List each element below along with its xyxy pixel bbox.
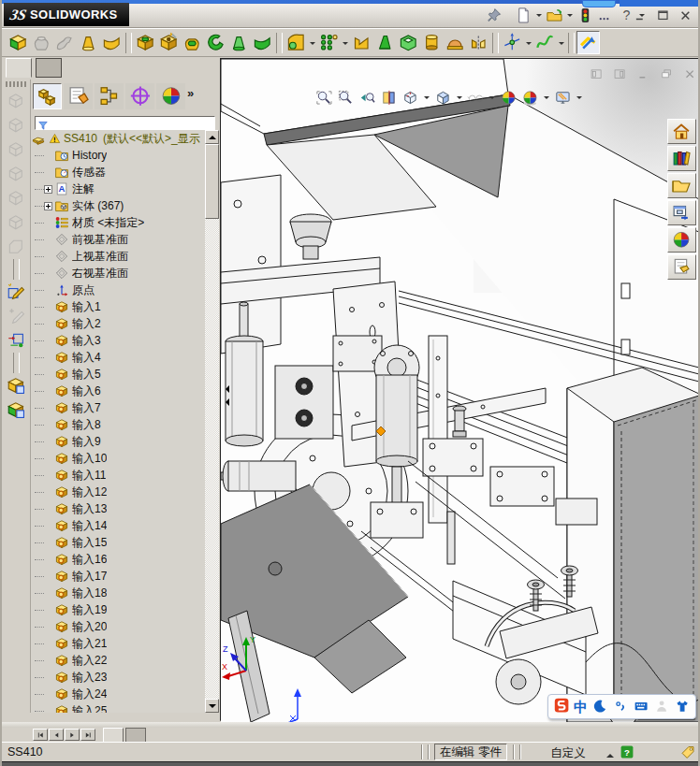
dropdown-arrow-icon[interactable]: [565, 5, 575, 25]
view-cube-icon[interactable]: [5, 163, 27, 185]
revolved-boss-icon[interactable]: [30, 31, 53, 54]
apply-scene-icon[interactable]: [520, 88, 540, 108]
tree-item[interactable]: 传感器: [31, 164, 205, 181]
dimxpert-icon[interactable]: [125, 83, 154, 109]
dropdown-arrow-icon[interactable]: [575, 87, 584, 108]
ellipsis-icon[interactable]: [596, 6, 616, 25]
previous-view-icon[interactable]: [357, 88, 377, 108]
dropdown-arrow-icon[interactable]: [455, 87, 464, 108]
curves-icon[interactable]: [533, 31, 557, 54]
tree-item-input[interactable]: 输入13: [31, 500, 205, 517]
shell-icon[interactable]: [397, 31, 420, 54]
menu-item[interactable]: [234, 4, 251, 26]
tree-root-item[interactable]: SS410 (默认<<默认>_显示: [31, 130, 205, 147]
draft-icon[interactable]: [373, 31, 397, 54]
tree-item-input[interactable]: 输入16: [31, 551, 205, 568]
vertical-scroll-thumb[interactable]: [205, 144, 219, 219]
tree-item-input[interactable]: 输入20: [31, 618, 205, 635]
create-sketch-icon[interactable]: [5, 281, 27, 303]
quick-tips-help-icon[interactable]: ?: [620, 744, 634, 759]
instant3d-icon[interactable]: [576, 31, 600, 54]
scroll-up-button[interactable]: [205, 130, 219, 144]
custom-properties-icon[interactable]: [667, 254, 696, 280]
study-tab[interactable]: [125, 728, 146, 742]
split-left-icon[interactable]: [588, 66, 605, 81]
punctuation-icon[interactable]: [612, 699, 629, 715]
lofted-boss-icon[interactable]: [77, 31, 100, 54]
configuration-manager-icon[interactable]: [95, 83, 124, 109]
menu-item[interactable]: [150, 4, 167, 26]
hole-wizard-icon[interactable]: [157, 31, 181, 54]
feature-tree-icon[interactable]: [33, 83, 62, 109]
nav-prev-icon[interactable]: [49, 729, 64, 741]
tree-item[interactable]: 材质 <未指定>: [31, 214, 205, 231]
tree-item[interactable]: History: [31, 147, 205, 164]
tree-item-input[interactable]: 输入15: [31, 534, 205, 551]
cut-tool-icon[interactable]: [5, 398, 27, 421]
view-cube-icon[interactable]: [5, 211, 27, 234]
rib-icon[interactable]: [350, 31, 373, 54]
tree-item[interactable]: A 注解: [31, 181, 205, 197]
tree-item[interactable]: 原点: [31, 282, 205, 298]
expand-plus-icon[interactable]: [44, 202, 52, 210]
tree-item-input[interactable]: 输入19: [31, 601, 205, 618]
panel-splitter-arrow[interactable]: [222, 385, 229, 393]
mirror-icon[interactable]: [467, 31, 490, 54]
tree-item-input[interactable]: 输入21: [31, 635, 205, 652]
reference-geometry-icon[interactable]: [501, 31, 524, 54]
soft-keyboard-icon[interactable]: [633, 699, 649, 715]
display-manager-icon[interactable]: [156, 83, 185, 109]
model-3d-view[interactable]: X Y Z: [221, 59, 699, 722]
hide-show-items-icon[interactable]: [466, 88, 486, 108]
dropdown-arrow-icon[interactable]: [341, 33, 350, 53]
tree-item[interactable]: 右视基准面: [31, 265, 205, 282]
new-document-icon[interactable]: [514, 6, 533, 25]
tree-item-input[interactable]: 输入5: [31, 366, 205, 383]
tree-item-input[interactable]: 输入24: [31, 686, 205, 702]
panel-splitter-arrow[interactable]: [222, 398, 229, 406]
win-close-icon[interactable]: [676, 7, 695, 23]
tree-item-input[interactable]: 输入8: [31, 416, 205, 433]
extruded-boss-icon[interactable]: [7, 31, 30, 54]
tree-item-input[interactable]: 输入25: [31, 702, 205, 713]
linear-pattern-icon[interactable]: [317, 31, 341, 54]
tree-item-input[interactable]: 输入2: [31, 315, 205, 332]
doc-restore-icon[interactable]: [658, 66, 675, 81]
tree-item-input[interactable]: 输入12: [31, 484, 205, 500]
extrude-tool-icon[interactable]: [5, 374, 27, 397]
tree-filter-input[interactable]: [35, 116, 215, 130]
view-cube-icon[interactable]: [5, 138, 27, 161]
win-min-icon[interactable]: [631, 7, 650, 23]
scroll-down-button[interactable]: [205, 699, 219, 713]
zoom-area-icon[interactable]: [336, 88, 356, 108]
iso-cube-icon[interactable]: [5, 236, 27, 258]
dome-icon[interactable]: [444, 31, 467, 54]
nav-next-icon[interactable]: [65, 729, 80, 741]
tree-item[interactable]: 前视基准面: [31, 231, 205, 248]
tree-item-input[interactable]: 输入23: [31, 669, 205, 686]
swept-cut-icon[interactable]: [204, 31, 227, 54]
fillet-icon[interactable]: [284, 31, 308, 54]
dropdown-arrow-icon[interactable]: [534, 5, 544, 25]
view-cube-icon[interactable]: [5, 114, 27, 137]
nav-last-icon[interactable]: [80, 729, 95, 741]
tree-item-input[interactable]: 输入10: [31, 450, 205, 467]
tree-item-input[interactable]: 输入14: [31, 517, 205, 534]
status-custom-dropdown[interactable]: 自定义: [537, 745, 599, 761]
split-right-icon[interactable]: [611, 66, 628, 81]
dropdown-arrow-icon[interactable]: [488, 87, 497, 108]
boundary-boss-icon[interactable]: [100, 31, 124, 54]
wrap-icon[interactable]: [420, 31, 444, 54]
tree-item-input[interactable]: 输入11: [31, 467, 205, 484]
doc-min-icon[interactable]: [634, 66, 651, 81]
ime-mode-indicator[interactable]: 中: [574, 700, 588, 714]
tree-item[interactable]: 实体 (367): [31, 197, 205, 214]
toolbar-drag-handle[interactable]: [6, 81, 26, 87]
edit-appearance-icon[interactable]: [499, 88, 518, 108]
dropdown-arrow-icon[interactable]: [524, 33, 533, 53]
dropdown-arrow-icon[interactable]: [308, 33, 317, 53]
tag-icon[interactable]: [679, 744, 696, 760]
graphics-viewport[interactable]: X Y Z 中: [220, 58, 698, 721]
tree-item-input[interactable]: 输入9: [31, 433, 205, 450]
solidworks-rx-icon[interactable]: [576, 6, 595, 25]
